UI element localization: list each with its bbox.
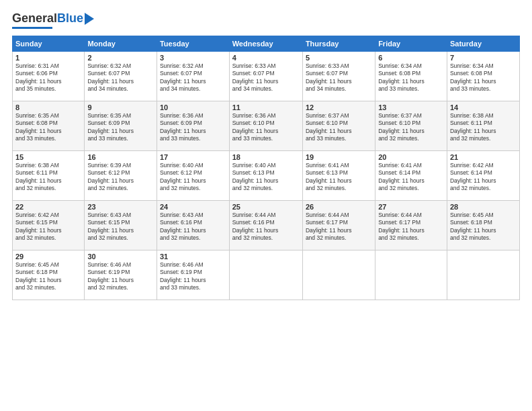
day-info: Sunrise: 6:46 AM Sunset: 6:19 PM Dayligh… (87, 261, 154, 292)
day-info: Sunrise: 6:34 AM Sunset: 6:08 PM Dayligh… (378, 62, 444, 93)
day-info: Sunrise: 6:43 AM Sunset: 6:15 PM Dayligh… (87, 212, 154, 242)
day-number: 1 (15, 54, 81, 62)
weekday-header-friday: Friday (375, 36, 447, 51)
day-number: 19 (306, 153, 372, 161)
calendar-cell: 14Sunrise: 6:38 AM Sunset: 6:11 PM Dayli… (447, 101, 519, 150)
day-info: Sunrise: 6:42 AM Sunset: 6:15 PM Dayligh… (15, 212, 81, 242)
day-info: Sunrise: 6:36 AM Sunset: 6:10 PM Dayligh… (232, 112, 300, 143)
calendar-page: GeneralBlue SundayMondayTuesdayWednesday… (0, 0, 532, 411)
calendar-cell: 9Sunrise: 6:35 AM Sunset: 6:09 PM Daylig… (85, 101, 157, 150)
day-number: 10 (160, 103, 226, 111)
calendar-cell: 22Sunrise: 6:42 AM Sunset: 6:15 PM Dayli… (13, 200, 85, 250)
logo-general: General (12, 11, 57, 25)
calendar-cell: 4Sunrise: 6:33 AM Sunset: 6:07 PM Daylig… (229, 51, 302, 101)
day-number: 5 (306, 54, 372, 62)
day-info: Sunrise: 6:40 AM Sunset: 6:13 PM Dayligh… (232, 162, 300, 193)
day-info: Sunrise: 6:45 AM Sunset: 6:18 PM Dayligh… (450, 212, 517, 242)
calendar-cell (375, 250, 447, 300)
day-number: 13 (378, 103, 444, 111)
day-info: Sunrise: 6:33 AM Sunset: 6:07 PM Dayligh… (306, 62, 372, 93)
calendar-cell: 21Sunrise: 6:42 AM Sunset: 6:14 PM Dayli… (447, 150, 519, 200)
calendar-cell: 29Sunrise: 6:45 AM Sunset: 6:18 PM Dayli… (13, 250, 85, 300)
day-info: Sunrise: 6:31 AM Sunset: 6:06 PM Dayligh… (15, 62, 81, 93)
calendar-week-row: 22Sunrise: 6:42 AM Sunset: 6:15 PM Dayli… (13, 200, 520, 250)
calendar-cell: 1Sunrise: 6:31 AM Sunset: 6:06 PM Daylig… (13, 51, 85, 101)
logo-text: GeneralBlue (12, 12, 83, 26)
day-number: 17 (160, 153, 226, 161)
weekday-header-monday: Monday (85, 36, 157, 51)
calendar-cell: 2Sunrise: 6:32 AM Sunset: 6:07 PM Daylig… (85, 51, 157, 101)
day-number: 7 (450, 54, 517, 62)
calendar-cell (302, 250, 375, 300)
calendar-week-row: 8Sunrise: 6:35 AM Sunset: 6:08 PM Daylig… (13, 101, 520, 150)
day-info: Sunrise: 6:42 AM Sunset: 6:14 PM Dayligh… (450, 162, 517, 193)
calendar-cell: 19Sunrise: 6:41 AM Sunset: 6:13 PM Dayli… (302, 150, 375, 200)
calendar-cell: 23Sunrise: 6:43 AM Sunset: 6:15 PM Dayli… (85, 200, 157, 250)
calendar-cell: 12Sunrise: 6:37 AM Sunset: 6:10 PM Dayli… (302, 101, 375, 150)
day-number: 16 (87, 153, 154, 161)
calendar-cell: 16Sunrise: 6:39 AM Sunset: 6:12 PM Dayli… (85, 150, 157, 200)
calendar-cell: 8Sunrise: 6:35 AM Sunset: 6:08 PM Daylig… (13, 101, 85, 150)
calendar-cell: 24Sunrise: 6:43 AM Sunset: 6:16 PM Dayli… (157, 200, 229, 250)
day-info: Sunrise: 6:44 AM Sunset: 6:17 PM Dayligh… (378, 212, 444, 242)
day-info: Sunrise: 6:46 AM Sunset: 6:19 PM Dayligh… (160, 261, 226, 292)
calendar-cell: 31Sunrise: 6:46 AM Sunset: 6:19 PM Dayli… (157, 250, 229, 300)
day-number: 6 (378, 54, 444, 62)
day-number: 25 (232, 203, 300, 211)
calendar-cell: 6Sunrise: 6:34 AM Sunset: 6:08 PM Daylig… (375, 51, 447, 101)
day-number: 3 (160, 54, 226, 62)
day-info: Sunrise: 6:35 AM Sunset: 6:08 PM Dayligh… (15, 112, 81, 143)
day-info: Sunrise: 6:39 AM Sunset: 6:12 PM Dayligh… (87, 162, 154, 193)
day-info: Sunrise: 6:35 AM Sunset: 6:09 PM Dayligh… (87, 112, 154, 143)
calendar-cell: 18Sunrise: 6:40 AM Sunset: 6:13 PM Dayli… (229, 150, 302, 200)
day-number: 2 (87, 54, 154, 62)
day-number: 30 (87, 253, 154, 261)
header: GeneralBlue (12, 12, 520, 29)
day-number: 26 (306, 203, 372, 211)
calendar-week-row: 29Sunrise: 6:45 AM Sunset: 6:18 PM Dayli… (13, 250, 520, 300)
calendar-cell: 20Sunrise: 6:41 AM Sunset: 6:14 PM Dayli… (375, 150, 447, 200)
calendar-cell: 28Sunrise: 6:45 AM Sunset: 6:18 PM Dayli… (447, 200, 519, 250)
logo: GeneralBlue (12, 12, 94, 29)
calendar-cell: 13Sunrise: 6:37 AM Sunset: 6:10 PM Dayli… (375, 101, 447, 150)
day-number: 24 (160, 203, 226, 211)
calendar-cell: 10Sunrise: 6:36 AM Sunset: 6:09 PM Dayli… (157, 101, 229, 150)
day-info: Sunrise: 6:41 AM Sunset: 6:14 PM Dayligh… (378, 162, 444, 193)
day-number: 21 (450, 153, 517, 161)
calendar-header: SundayMondayTuesdayWednesdayThursdayFrid… (13, 36, 520, 51)
day-number: 4 (232, 54, 300, 62)
calendar-cell: 27Sunrise: 6:44 AM Sunset: 6:17 PM Dayli… (375, 200, 447, 250)
calendar-cell (447, 250, 519, 300)
calendar-cell: 15Sunrise: 6:38 AM Sunset: 6:11 PM Dayli… (13, 150, 85, 200)
day-number: 31 (160, 253, 226, 261)
day-info: Sunrise: 6:33 AM Sunset: 6:07 PM Dayligh… (232, 62, 300, 93)
day-info: Sunrise: 6:36 AM Sunset: 6:09 PM Dayligh… (160, 112, 226, 143)
day-info: Sunrise: 6:44 AM Sunset: 6:16 PM Dayligh… (232, 212, 300, 242)
day-number: 27 (378, 203, 444, 211)
calendar-week-row: 15Sunrise: 6:38 AM Sunset: 6:11 PM Dayli… (13, 150, 520, 200)
calendar-cell (229, 250, 302, 300)
logo-arrow-icon (85, 13, 94, 25)
calendar-week-row: 1Sunrise: 6:31 AM Sunset: 6:06 PM Daylig… (13, 51, 520, 101)
day-number: 9 (87, 103, 154, 111)
day-info: Sunrise: 6:44 AM Sunset: 6:17 PM Dayligh… (306, 212, 372, 242)
day-number: 12 (306, 103, 372, 111)
calendar-cell: 26Sunrise: 6:44 AM Sunset: 6:17 PM Dayli… (302, 200, 375, 250)
day-info: Sunrise: 6:41 AM Sunset: 6:13 PM Dayligh… (306, 162, 372, 193)
calendar-table: SundayMondayTuesdayWednesdayThursdayFrid… (12, 36, 520, 300)
weekday-header-thursday: Thursday (302, 36, 375, 51)
day-number: 23 (87, 203, 154, 211)
logo-underline (12, 27, 52, 29)
weekday-header-tuesday: Tuesday (157, 36, 229, 51)
day-info: Sunrise: 6:32 AM Sunset: 6:07 PM Dayligh… (160, 62, 226, 93)
calendar-cell: 25Sunrise: 6:44 AM Sunset: 6:16 PM Dayli… (229, 200, 302, 250)
day-number: 14 (450, 103, 517, 111)
day-number: 22 (15, 203, 81, 211)
weekday-header-sunday: Sunday (13, 36, 85, 51)
day-info: Sunrise: 6:37 AM Sunset: 6:10 PM Dayligh… (306, 112, 372, 143)
day-number: 11 (232, 103, 300, 111)
day-info: Sunrise: 6:43 AM Sunset: 6:16 PM Dayligh… (160, 212, 226, 242)
calendar-cell: 7Sunrise: 6:34 AM Sunset: 6:08 PM Daylig… (447, 51, 519, 101)
weekday-header-wednesday: Wednesday (229, 36, 302, 51)
calendar-cell: 30Sunrise: 6:46 AM Sunset: 6:19 PM Dayli… (85, 250, 157, 300)
